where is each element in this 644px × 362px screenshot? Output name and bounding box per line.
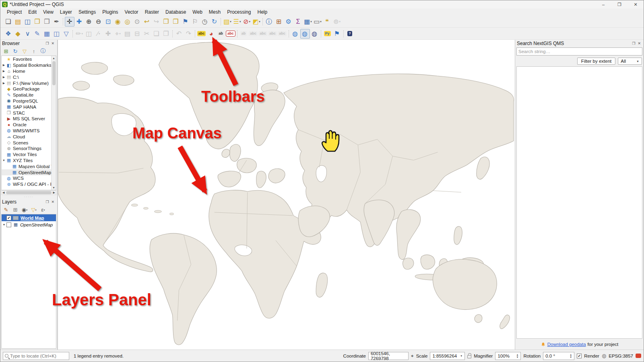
new-spatialite-button[interactable]: ✎ bbox=[33, 29, 42, 39]
browser-item-spatialite[interactable]: ✎ SpatiaLite bbox=[2, 92, 51, 98]
scroll-right-icon[interactable]: ▶ bbox=[52, 191, 56, 194]
new-spatial-bookmark-button[interactable]: ⚑ bbox=[181, 17, 190, 27]
layer-styling-button[interactable]: ✎ bbox=[2, 206, 10, 214]
layers-float-button[interactable]: ❐ bbox=[44, 200, 50, 204]
digitize-button[interactable]: ∕▾ bbox=[94, 29, 103, 39]
browser-item-spatial-bookmarks[interactable]: ▶ ◧ Spatial Bookmarks bbox=[2, 62, 51, 68]
filter-by-expression-button[interactable]: ε▾ bbox=[39, 206, 47, 214]
menu-project[interactable]: Project bbox=[4, 9, 25, 15]
browser-item-sap-hana[interactable]: ▦ SAP HANA bbox=[2, 104, 51, 110]
menu-settings[interactable]: Settings bbox=[75, 9, 99, 15]
filter-legend-button[interactable]: ▽▾ bbox=[30, 206, 38, 214]
refresh-button[interactable]: ↻ bbox=[210, 17, 219, 27]
zoom-next-button[interactable]: ↪ bbox=[152, 17, 161, 27]
filter-by-extent-button[interactable]: Filter by extent bbox=[577, 58, 615, 65]
show-bookmarks-button[interactable]: ⚐ bbox=[190, 17, 200, 27]
scroll-down-icon[interactable]: ▼ bbox=[52, 185, 55, 190]
qms-float-button[interactable]: ❐ bbox=[631, 41, 636, 45]
browser-item-favorites[interactable]: ★ Favorites bbox=[2, 56, 51, 62]
qms-results-list[interactable] bbox=[516, 66, 642, 339]
move-feature-button[interactable]: ✚ bbox=[103, 29, 113, 39]
undo-button[interactable]: ↶ bbox=[174, 29, 184, 39]
crs-value[interactable]: EPSG:3857 bbox=[609, 354, 633, 358]
vertex-tool-button[interactable]: ⌖▾ bbox=[113, 29, 123, 39]
browser-item-stac[interactable]: ❐ STAC bbox=[2, 110, 51, 116]
new-3d-map-view-button[interactable]: ❒ bbox=[171, 17, 181, 27]
locator-input[interactable] bbox=[10, 354, 67, 358]
nextgis-search-button[interactable]: ⊚▾ bbox=[332, 17, 342, 27]
help-contents-button[interactable]: ? bbox=[345, 29, 355, 39]
minimize-button[interactable]: – bbox=[595, 0, 611, 8]
change-label-button[interactable]: abc bbox=[268, 29, 278, 39]
show-layout-manager-button[interactable]: ❒ bbox=[42, 17, 52, 27]
scroll-left-icon[interactable]: ◀ bbox=[2, 191, 5, 194]
expander-arrow-icon[interactable]: ▼ bbox=[2, 159, 6, 162]
menu-layer[interactable]: Layer bbox=[57, 9, 75, 15]
options-button[interactable]: ⚙ bbox=[284, 17, 293, 27]
browser-item-mapzen-global-terrain[interactable]: ▦ Mapzen Global Ter bbox=[2, 163, 51, 169]
layer-item-openstreetmap[interactable]: ▼ ▦ OpenStreetMap bbox=[2, 221, 56, 228]
qms-close-button[interactable]: ✕ bbox=[636, 41, 642, 45]
cut-features-button[interactable]: ✂ bbox=[142, 29, 152, 39]
modify-attributes-button[interactable]: ▤ bbox=[123, 29, 132, 39]
save-edits-button[interactable]: ◫ bbox=[84, 29, 94, 39]
menu-web[interactable]: Web bbox=[189, 9, 205, 15]
browser-properties-button[interactable]: ⓘ bbox=[39, 47, 47, 55]
metasearch-button[interactable]: ◍ bbox=[310, 29, 320, 39]
scale-select[interactable]: 1:85596264▼ bbox=[430, 352, 465, 360]
restore-button[interactable]: ❐ bbox=[611, 0, 627, 8]
rotation-spinbox[interactable]: 0.0 °▲▼ bbox=[543, 352, 574, 360]
data-source-manager-button[interactable]: ❖ bbox=[4, 29, 13, 39]
layer-visibility-checkbox[interactable] bbox=[6, 222, 11, 227]
new-project-button[interactable]: ❏ bbox=[4, 17, 13, 27]
expander-arrow-icon[interactable]: ▶ bbox=[2, 64, 6, 67]
browser-close-button[interactable]: ✕ bbox=[50, 41, 56, 45]
browser-refresh-button[interactable]: ↻ bbox=[11, 47, 19, 55]
zoom-native-button[interactable]: ⊙ bbox=[132, 17, 142, 27]
pin-labels-button[interactable]: ab bbox=[216, 29, 226, 39]
browser-item-postgresql[interactable]: ◉ PostgreSQL bbox=[2, 98, 51, 104]
zoom-last-button[interactable]: ↩ bbox=[142, 17, 152, 27]
service-type-select[interactable]: All▼ bbox=[618, 58, 642, 65]
browser-item-scenes[interactable]: ◇ Scenes bbox=[2, 140, 51, 146]
browser-item-sensorthings[interactable]: ⊚ SensorThings bbox=[2, 146, 51, 152]
new-temporary-scratch-layer-button[interactable]: ▦ bbox=[42, 29, 52, 39]
browser-item-home[interactable]: ▶ ⌂ Home bbox=[2, 68, 51, 74]
browser-item-c-drive[interactable]: ▶ ▤ C:\ bbox=[2, 74, 51, 80]
menu-mesh[interactable]: Mesh bbox=[206, 9, 224, 15]
map-tips-button[interactable]: ❝ bbox=[322, 17, 332, 27]
browser-collapse-all-button[interactable]: ↑ bbox=[30, 47, 38, 55]
coordinate-value[interactable]: 6001546, 7269798 bbox=[368, 352, 409, 360]
rotate-label-button[interactable]: abc bbox=[258, 29, 268, 39]
highlight-pinned-labels-button[interactable]: abc bbox=[226, 29, 236, 39]
pan-map-button[interactable]: ✛ bbox=[65, 17, 74, 27]
locator-search[interactable] bbox=[3, 352, 69, 360]
menu-plugins[interactable]: Plugins bbox=[99, 9, 121, 15]
add-group-button[interactable]: ⊞ bbox=[11, 206, 19, 214]
new-virtual-layer-button[interactable]: ◫ bbox=[52, 29, 62, 39]
copy-features-button[interactable]: ❏ bbox=[152, 29, 161, 39]
lock-scale-icon[interactable] bbox=[467, 355, 471, 358]
browser-item-oracle[interactable]: ● Oracle bbox=[2, 122, 51, 128]
zoom-to-layer-button[interactable]: ◎ bbox=[123, 17, 132, 27]
manage-map-themes-button[interactable]: ◉▾ bbox=[21, 206, 29, 214]
browser-float-button[interactable]: ❐ bbox=[44, 41, 50, 45]
redo-button[interactable]: ↷ bbox=[184, 29, 194, 39]
layer-diagram-button[interactable]: ◕ bbox=[206, 29, 216, 39]
zoom-full-button[interactable]: ⊡ bbox=[103, 17, 113, 27]
new-map-view-button[interactable]: ❐ bbox=[161, 17, 171, 27]
browser-item-f-drive[interactable]: ▶ ▤ F:\ (New Volume) bbox=[2, 80, 51, 86]
select-features-button[interactable]: ▧▾ bbox=[223, 17, 232, 27]
run-feature-action-button[interactable]: ⊞ bbox=[274, 17, 284, 27]
browser-item-geopackage[interactable]: ◆ GeoPackage bbox=[2, 86, 51, 92]
spinner-arrows-icon[interactable]: ▲▼ bbox=[516, 354, 518, 358]
select-by-location-button[interactable]: ◩▾ bbox=[252, 17, 261, 27]
mouse-position-icon[interactable]: ⌖ bbox=[411, 353, 414, 359]
new-mesh-layer-button[interactable]: ▽ bbox=[62, 29, 71, 39]
select-by-value-button[interactable]: ☰▾ bbox=[232, 17, 242, 27]
temporal-controller-button[interactable]: ◷ bbox=[200, 17, 210, 27]
map-canvas[interactable] bbox=[58, 40, 515, 350]
magnifier-spinbox[interactable]: 100%▲▼ bbox=[495, 352, 521, 360]
menu-vector[interactable]: Vector bbox=[122, 9, 142, 15]
paste-features-button[interactable]: ❐ bbox=[161, 29, 171, 39]
